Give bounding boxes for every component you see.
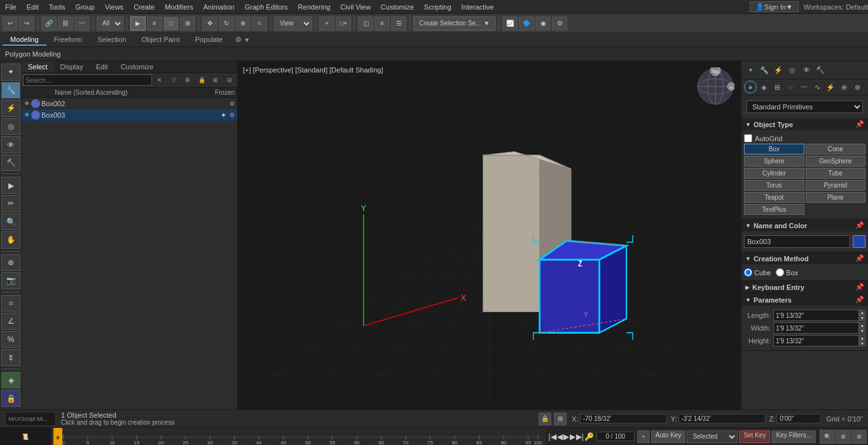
frozen-column-header[interactable]: Frozen xyxy=(203,89,235,96)
btn-textplus[interactable]: TextPlus xyxy=(744,204,804,215)
create-selection-button[interactable]: Create Selection Se... ▼ xyxy=(413,17,495,31)
utilities-button[interactable]: 🔨 xyxy=(1,154,20,172)
modify-button[interactable]: 🔧 xyxy=(1,82,20,99)
tab-selection[interactable]: Selection xyxy=(90,34,134,46)
name-column-header[interactable]: Name (Sorted Ascending) xyxy=(55,89,203,96)
menu-edit[interactable]: Edit xyxy=(22,2,44,12)
rp-extended-prim[interactable]: ◈ xyxy=(757,81,770,93)
viewport[interactable]: [+] [Perspective] [Standard] [Default Sh… xyxy=(238,61,741,409)
camera-button[interactable]: 📷 xyxy=(1,272,20,289)
material-editor-button[interactable]: ◉ xyxy=(535,17,551,31)
rp-icon-modify[interactable]: 🔧 xyxy=(758,64,771,76)
rp-spaces[interactable]: ⊕ xyxy=(837,81,850,93)
snap-toggle-button[interactable]: ⌗ xyxy=(252,17,267,31)
auto-key-button[interactable]: Auto Key xyxy=(651,430,686,443)
scene-tab-select[interactable]: Select xyxy=(22,61,54,72)
zoom-button[interactable]: 🔍 xyxy=(1,214,20,231)
filter-btn-2[interactable]: ⚙ xyxy=(836,430,851,444)
select-move-button[interactable]: ▶ xyxy=(1,177,20,194)
sign-in-button[interactable]: 👤 Sign In ▼ xyxy=(750,1,799,12)
angle-snap-button[interactable]: ∠ xyxy=(1,313,20,330)
rp-icon-hierarchy[interactable]: ⚡ xyxy=(772,64,785,76)
color-swatch[interactable] xyxy=(853,235,865,248)
scene-expand-button[interactable]: ⊞ xyxy=(209,74,222,86)
key-mode-button[interactable]: 🔑 xyxy=(584,432,594,441)
menu-interactive[interactable]: Interactive xyxy=(457,2,499,12)
rp-helpers[interactable]: ⊗ xyxy=(851,81,864,93)
height-spin-down[interactable]: ▼ xyxy=(859,341,865,346)
view-dropdown[interactable]: View xyxy=(274,17,312,31)
window-crossing-button[interactable]: ⊞ xyxy=(180,17,195,31)
viewport-lock-btn[interactable]: 🔒 xyxy=(539,413,551,425)
display-button[interactable]: 👁 xyxy=(1,136,20,153)
rp-compound[interactable]: ⊞ xyxy=(771,81,783,93)
scene-search-input[interactable] xyxy=(23,74,152,86)
height-input[interactable] xyxy=(773,335,859,346)
snap-3d-button[interactable]: ⌗ xyxy=(1,295,20,312)
btn-torus[interactable]: Torus xyxy=(744,180,804,191)
cube-radio[interactable] xyxy=(744,268,752,277)
goto-start-button[interactable]: |◀ xyxy=(549,432,556,441)
rp-nurbs[interactable]: ∿ xyxy=(811,81,823,93)
menu-animation[interactable]: Animation xyxy=(198,2,240,12)
curve-editor-button[interactable]: 📈 xyxy=(502,17,518,31)
rp-particles[interactable]: ⁘ xyxy=(784,81,797,93)
height-spin-up[interactable]: ▲ xyxy=(859,335,865,341)
viewport-grid-btn[interactable]: ⊞ xyxy=(554,413,567,425)
scene-row-box003[interactable]: 👁 Box003 ✦ ⚙ xyxy=(22,109,237,121)
y-input[interactable] xyxy=(679,414,766,423)
align-button[interactable]: ≡ xyxy=(375,17,390,31)
play-button[interactable]: ▶ xyxy=(563,432,569,441)
width-spin-down[interactable]: ▼ xyxy=(859,328,865,334)
scene-lock-button[interactable]: 🔒 xyxy=(195,74,208,86)
mirror-button[interactable]: ◫ xyxy=(358,17,373,31)
menu-file[interactable]: File xyxy=(0,2,22,12)
maxscript-listener[interactable]: 📜 xyxy=(0,428,51,445)
rp-icon-utilities[interactable]: 🔨 xyxy=(814,64,827,76)
width-spin-up[interactable]: ▲ xyxy=(859,322,865,328)
scene-collapse-button[interactable]: ⊟ xyxy=(223,74,236,86)
length-input[interactable] xyxy=(773,310,859,321)
spinner-snap-button[interactable]: ⇕ xyxy=(1,349,20,366)
menu-create[interactable]: Create xyxy=(128,2,160,12)
filter-btn-1[interactable]: 🔍 xyxy=(820,430,835,444)
goto-end-button[interactable]: ▶| xyxy=(576,432,584,441)
name-color-header[interactable]: ▼ Name and Color 📌 xyxy=(741,219,868,231)
hierarchy-button[interactable]: ⚡ xyxy=(1,100,20,117)
next-frame-button[interactable]: ▶ xyxy=(570,432,575,441)
menu-modifiers[interactable]: Modifiers xyxy=(160,2,198,12)
key-filters-button[interactable]: Key Filters... xyxy=(771,430,816,443)
box-radio[interactable] xyxy=(776,268,784,277)
object-name-input[interactable] xyxy=(744,235,850,248)
undo-button[interactable]: ↩ xyxy=(3,17,18,31)
height-spinner[interactable]: ▲ ▼ xyxy=(859,335,865,346)
tab-modeling[interactable]: Modeling xyxy=(3,34,46,46)
scale-button[interactable]: ⊕ xyxy=(235,17,251,31)
filter-dropdown[interactable]: All xyxy=(97,17,123,31)
frame-counter[interactable] xyxy=(596,432,635,441)
rp-patch[interactable]: 〰 xyxy=(797,81,810,93)
category-dropdown[interactable]: Standard Primitives xyxy=(747,100,863,113)
scene-tab-display[interactable]: Display xyxy=(54,61,90,72)
orbit-button[interactable]: ⊕ xyxy=(1,254,20,271)
select-by-name-button[interactable]: ≡ xyxy=(147,17,162,31)
btn-plane[interactable]: Plane xyxy=(806,192,866,203)
bind-space-warp[interactable]: 〰 xyxy=(74,17,90,31)
z-input[interactable] xyxy=(776,414,821,423)
isolate-button[interactable]: ◈ xyxy=(1,372,20,389)
creation-method-header[interactable]: ▼ Creation Method 📌 xyxy=(741,252,868,264)
link-button[interactable]: 🔗 xyxy=(41,17,57,31)
btn-teapot[interactable]: Teapot xyxy=(744,192,804,203)
animation-timeline[interactable]: 0 5 10 15 20 25 30 35 40 45 50 xyxy=(51,428,546,445)
rect-select-button[interactable]: □ xyxy=(163,17,179,31)
redo-button[interactable]: ↪ xyxy=(19,17,34,31)
prev-frame-button[interactable]: ◀ xyxy=(557,432,563,441)
maxscript-mini[interactable]: MAXScript Mi... xyxy=(5,412,56,426)
btn-box[interactable]: Box xyxy=(744,144,804,154)
percent-snap-button[interactable]: % xyxy=(1,331,20,348)
render-setup-button[interactable]: ⚙ xyxy=(552,17,567,31)
btn-geosphere[interactable]: GeoSphere xyxy=(806,156,866,167)
scene-options-button[interactable]: ⚙ xyxy=(181,74,194,86)
motion-button[interactable]: ◎ xyxy=(1,118,20,135)
width-spinner[interactable]: ▲ ▼ xyxy=(859,322,865,334)
